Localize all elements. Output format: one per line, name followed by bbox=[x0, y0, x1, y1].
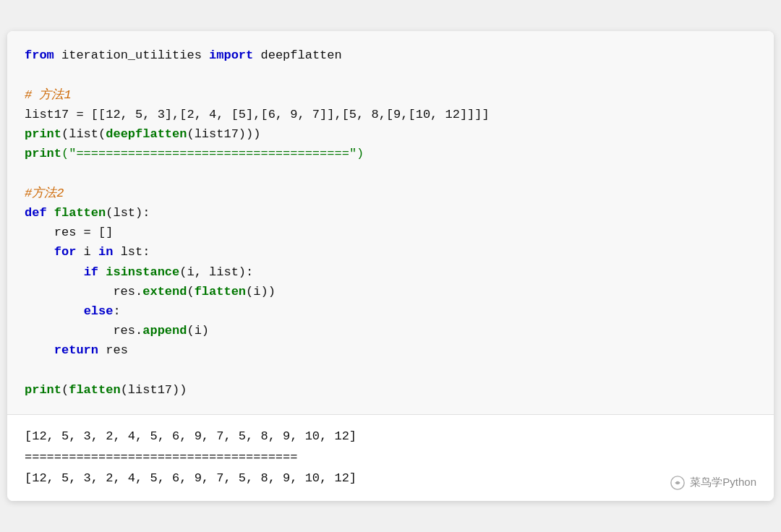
return-val: res bbox=[98, 343, 128, 357]
append-fn: append bbox=[142, 324, 187, 338]
for-iterable: lst: bbox=[113, 245, 150, 259]
print-fn-2: print bbox=[25, 147, 61, 160]
code-section: from iteration_utilities import deepflat… bbox=[7, 31, 774, 414]
list17-assignment: list17 = [[12, 5, 3],[2, 4, [5],[6, 9, 7… bbox=[25, 108, 490, 121]
isinstance-args: (i, list): bbox=[179, 265, 253, 279]
print-open: ( bbox=[61, 383, 69, 397]
module-name: iteration_utilities bbox=[54, 48, 209, 62]
import-name: deepflatten bbox=[253, 48, 341, 62]
extend-args: (i)) bbox=[246, 285, 276, 299]
output-line-3: [12, 5, 3, 2, 4, 5, 6, 9, 7, 5, 8, 9, 10… bbox=[25, 468, 756, 489]
keyword-import: import bbox=[209, 48, 253, 62]
for-var: i bbox=[76, 245, 98, 259]
watermark-text: 菜鸟学Python bbox=[690, 476, 756, 489]
res-init: res = [] bbox=[25, 226, 113, 239]
print-fn-1: print bbox=[25, 127, 61, 141]
print-close-1: (list17))) bbox=[187, 127, 260, 141]
output-section: [12, 5, 3, 2, 4, 5, 6, 9, 7, 5, 8, 9, 10… bbox=[7, 415, 774, 501]
comment-method1: # 方法1 bbox=[25, 88, 72, 102]
watermark: 菜鸟学Python bbox=[670, 475, 756, 491]
watermark-icon bbox=[670, 475, 686, 491]
keyword-from: from bbox=[25, 48, 54, 62]
output-block: [12, 5, 3, 2, 4, 5, 6, 9, 7, 5, 8, 9, 10… bbox=[25, 426, 756, 489]
code-block: from iteration_utilities import deepflat… bbox=[25, 46, 756, 399]
flatten-params: (lst): bbox=[106, 206, 150, 220]
flatten-recursive: flatten bbox=[195, 285, 246, 299]
output-line-2: ===================================== bbox=[25, 447, 756, 468]
print-args-1: (list( bbox=[61, 127, 106, 141]
print-fn-3: print bbox=[25, 383, 61, 397]
keyword-return: return bbox=[54, 343, 98, 357]
res-extend-prefix: res. bbox=[113, 285, 142, 299]
keyword-def: def bbox=[25, 206, 47, 220]
keyword-for: for bbox=[54, 245, 77, 259]
append-args: (i) bbox=[187, 324, 209, 338]
isinstance-fn: isinstance bbox=[98, 265, 179, 279]
flatten-fn-def: flatten bbox=[47, 206, 106, 220]
keyword-if: if bbox=[84, 265, 98, 279]
flatten-call: flatten bbox=[69, 383, 120, 397]
main-card: from iteration_utilities import deepflat… bbox=[7, 31, 774, 500]
res-append-prefix: res. bbox=[113, 324, 142, 338]
comment-method2: #方法2 bbox=[25, 186, 64, 200]
keyword-in: in bbox=[98, 245, 113, 259]
flatten-call-args: (list17)) bbox=[121, 383, 187, 397]
print-str: ("====================================="… bbox=[61, 147, 364, 160]
else-colon: : bbox=[113, 304, 120, 318]
extend-fn: extend bbox=[142, 285, 187, 299]
svg-point-1 bbox=[675, 481, 677, 482]
deepflatten-fn: deepflatten bbox=[106, 127, 187, 141]
keyword-else: else bbox=[84, 304, 114, 318]
output-line-1: [12, 5, 3, 2, 4, 5, 6, 9, 7, 5, 8, 9, 10… bbox=[25, 426, 756, 447]
extend-open: ( bbox=[187, 285, 194, 299]
